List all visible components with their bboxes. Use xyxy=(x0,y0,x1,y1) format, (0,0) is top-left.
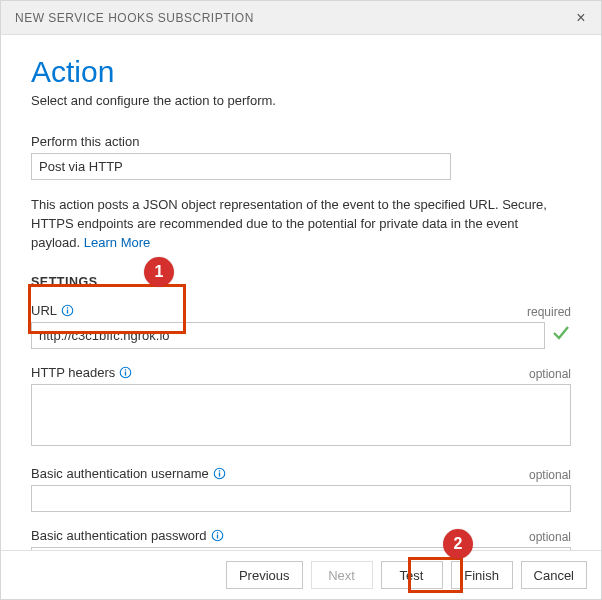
perform-action-label: Perform this action xyxy=(31,134,571,149)
dialog: NEW SERVICE HOOKS SUBSCRIPTION × Action … xyxy=(0,0,602,600)
page-subtitle: Select and configure the action to perfo… xyxy=(31,93,571,108)
next-button: Next xyxy=(311,561,373,589)
test-button[interactable]: Test xyxy=(381,561,443,589)
url-label: URL xyxy=(31,303,74,318)
cancel-button[interactable]: Cancel xyxy=(521,561,587,589)
scroll-area[interactable]: Action Select and configure the action t… xyxy=(1,35,601,550)
basic-user-hint: optional xyxy=(529,468,571,482)
page-title: Action xyxy=(31,55,571,89)
svg-rect-11 xyxy=(216,532,217,533)
dialog-body: Action Select and configure the action t… xyxy=(1,35,601,550)
svg-rect-2 xyxy=(67,307,68,308)
basic-user-input[interactable] xyxy=(31,485,571,512)
headers-field: HTTP headers optional xyxy=(31,365,571,450)
info-icon[interactable] xyxy=(61,304,74,317)
headers-input[interactable] xyxy=(31,384,571,446)
headers-label: HTTP headers xyxy=(31,365,132,380)
svg-rect-1 xyxy=(67,309,68,313)
basic-pass-label: Basic authentication password xyxy=(31,528,224,543)
url-hint: required xyxy=(527,305,571,319)
perform-action-field: Perform this action Post via HTTP xyxy=(31,134,571,180)
basic-user-label: Basic authentication username xyxy=(31,466,226,481)
perform-action-value[interactable]: Post via HTTP xyxy=(31,153,451,180)
basic-pass-field: Basic authentication password optional xyxy=(31,528,571,550)
basic-pass-hint: optional xyxy=(529,530,571,544)
url-field: URL required xyxy=(31,303,571,349)
url-input[interactable] xyxy=(31,322,545,349)
svg-rect-10 xyxy=(216,534,217,538)
previous-button[interactable]: Previous xyxy=(226,561,303,589)
info-icon[interactable] xyxy=(211,529,224,542)
headers-hint: optional xyxy=(529,367,571,381)
info-icon[interactable] xyxy=(119,366,132,379)
action-description: This action posts a JSON object represen… xyxy=(31,196,551,253)
dialog-header: NEW SERVICE HOOKS SUBSCRIPTION × xyxy=(1,1,601,35)
close-icon[interactable]: × xyxy=(571,8,591,28)
learn-more-link[interactable]: Learn More xyxy=(84,235,150,250)
settings-heading: SETTINGS xyxy=(31,275,571,289)
info-icon[interactable] xyxy=(213,467,226,480)
finish-button[interactable]: Finish xyxy=(451,561,513,589)
checkmark-icon xyxy=(551,323,571,348)
svg-rect-4 xyxy=(125,371,126,375)
dialog-title: NEW SERVICE HOOKS SUBSCRIPTION xyxy=(15,11,571,25)
svg-rect-8 xyxy=(219,470,220,471)
basic-user-field: Basic authentication username optional xyxy=(31,466,571,512)
svg-rect-7 xyxy=(219,472,220,476)
svg-rect-5 xyxy=(125,369,126,370)
dialog-footer: Previous Next Test Finish Cancel 2 xyxy=(1,550,601,599)
